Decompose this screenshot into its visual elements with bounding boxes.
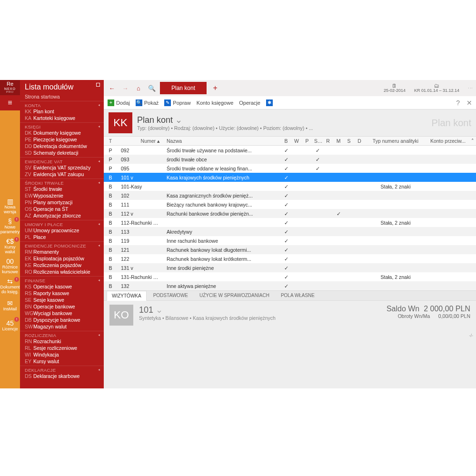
table-row[interactable]: B 101-Kasy✓Stała, 2 znaki [104,182,476,191]
sidebar-section[interactable]: KONTA [20,101,104,108]
sidebar-item[interactable]: SDSchematy dekretacji [20,149,104,156]
sidebar-item[interactable]: STŚrodki trwałe [20,186,104,192]
table-row[interactable]: P095Środki trwałe oddane w leasing finan… [104,164,476,173]
sidebar-item[interactable]: OSOperacje na ŚT [20,206,104,212]
btn-konto[interactable]: Konto księgowe [197,100,234,106]
table-row[interactable]: B 131-Rachunki bankowe✓Stała, 2 znaki [104,272,476,281]
sidebar-item[interactable]: KAKartoteki księgowe [20,115,104,121]
sidebar-section[interactable]: EWIDENCJE VAT [20,157,104,164]
table-row[interactable]: B102Kasa zagranicznych środków pienięż..… [104,191,476,200]
sidebar-item[interactable]: KERozliczenia pojazdów [20,262,104,268]
detail-panel: KO 101 Syntetyka • Bilansowe • Kasa kraj… [104,301,476,333]
table-row[interactable]: B132Inne aktywa pieniężne✓ [104,281,476,290]
sidebar-item[interactable]: SVEwidencja VAT sprzedaży [20,164,104,171]
table-row[interactable]: B119Inne rachunki bankowe✓ [104,236,476,245]
sidebar-item[interactable]: SESesje kasowe [20,297,104,303]
rail-item[interactable]: €$Kursywalut! [0,236,20,256]
nav-bar: ← → ⌂ 🔍 Plan kont + 🗓25-02-2014 🗂KR 01.0… [104,80,476,96]
sidebar-item[interactable]: DDDekretacja dokumentów [20,143,104,149]
sidebar-item[interactable]: RORozliczenia właścicielskie [20,268,104,275]
sidebar-section[interactable]: FINANSE [20,276,104,283]
sidebar-item[interactable]: WGWyciągi bankowe [20,310,104,317]
table-row[interactable]: B112 vRachunki bankowe środków pieniężn.… [104,209,476,218]
rail-item[interactable]: 45Licencje! [0,316,20,336]
sidebar-item[interactable]: EWWyposażenie [20,192,104,199]
table-row[interactable]: P093środki trwałe obce✓✓ [104,155,476,164]
btn-add[interactable]: +Dodaj [108,99,130,106]
sidebar-item[interactable]: ZVEwidencja VAT zakupu [20,171,104,178]
sidebar-item[interactable]: WIWindykacja [20,351,104,358]
btn-show[interactable]: 🔍Pokaż [136,99,159,106]
sidebar-item[interactable]: UMUmowy pracownicze [20,227,104,234]
table-row[interactable]: B101 vKasa krajowych środków pieniężnych… [104,173,476,182]
detail-tab[interactable]: WIZYTÓWKA [107,291,147,301]
nav-forward-icon[interactable]: → [120,83,130,93]
sidebar-item[interactable]: DBDyspozycje bankowe [20,317,104,323]
sidebar-item[interactable]: EYKursy walut [20,358,104,365]
sidebar-item[interactable]: SWMagazyn walut [20,323,104,330]
rail-item[interactable]: ✉InsMail [0,296,20,316]
tab-active[interactable]: Plan kont [160,82,207,94]
view-header: KK Plan kont Typ: (dowolny) • Rodzaj: (d… [104,109,476,136]
detail-title[interactable]: 101 [139,305,381,315]
scroll-up-icon[interactable]: ˄ [469,137,476,145]
close-icon[interactable]: ✕ [466,99,472,107]
tab-add-icon[interactable]: + [209,84,221,92]
table-row[interactable]: B122Rachunek bankowy lokat krótkoterm...… [104,254,476,263]
sidebar-item[interactable]: RNRozrachunki [20,338,104,345]
sidebar-item[interactable]: BNOperacje bankowe [20,303,104,310]
nav-home-icon[interactable]: ⌂ [133,83,144,93]
btn-ops[interactable]: Operacje [239,100,260,106]
left-rail: Re NEXO PRO ≡ ▥Nowawersja§Noweparametry!… [0,80,20,388]
sidebar-item[interactable]: EKEksploatacja pojazdów [20,255,104,262]
header-badge: KK [109,112,132,133]
sidebar-item[interactable]: KKPlan kont [20,108,104,115]
rail-item[interactable]: ⇆Dokumentdo księg.! [0,276,20,296]
rail-item[interactable]: ▥Nowawersja [0,196,20,216]
nav-back-icon[interactable]: ← [107,83,117,93]
sidebar-start[interactable]: Strona startowa [20,93,104,100]
sidebar-item[interactable]: RSRaporty kasowe [20,290,104,297]
btn-settings[interactable]: ✱ [266,99,273,106]
table-row[interactable]: B111Bieżący rachunek bankowy krajowyc...… [104,200,476,209]
detail-tab[interactable]: PODSTAWOWE [149,291,193,300]
rail-item[interactable]: §Noweparametry! [0,216,20,236]
product-logo: Re NEXO PRO [0,80,20,95]
sidebar-section[interactable]: ŚRODKI TRWAŁE [20,178,104,186]
sidebar-item[interactable]: AZAmortyzacje zbiorcze [20,212,104,219]
nav-date[interactable]: 🗓25-02-2014 [384,83,406,93]
sidebar-item[interactable]: RMRemanenty [20,248,104,255]
app-window: Re NEXO PRO ≡ ▥Nowawersja§Noweparametry!… [0,80,476,388]
sidebar-section[interactable]: UMOWY I PŁACE [20,220,104,227]
grid-header[interactable]: T Numer ▴ Nazwa B W P SD R M S D Typ num… [104,136,476,146]
sidebar-item[interactable]: KSOperacje kasowe [20,283,104,290]
header-title[interactable]: Plan kont [137,115,427,125]
nav-search-icon[interactable]: 🔍 [147,83,157,93]
detail-tab[interactable]: POLA WŁASNE [276,291,319,300]
table-row[interactable]: B121Rachunek bankowy lokat długotermi...… [104,245,476,254]
table-row[interactable]: P092Środki trwałe używane na podstawie..… [104,146,476,155]
sidebar-item[interactable]: PNPlany amortyzacji [20,199,104,206]
sidebar-section[interactable]: DEKLARACJE [20,366,104,373]
sidebar-section[interactable]: EWIDENCJE POMOCNICZE [20,241,104,248]
table-row[interactable]: B131 vInne środki pieniężne✓ [104,263,476,272]
header-filters[interactable]: Typ: (dowolny) • Rodzaj: (dowolne) • Uży… [137,125,427,131]
sidebar-item[interactable]: RLSesje rozliczeniowe [20,345,104,351]
sidebar-item[interactable]: PEPieczęcie księgowe [20,136,104,143]
btn-edit[interactable]: ✎Popraw [164,99,190,106]
nav-more-icon[interactable]: ⋮ [468,86,473,90]
table-row[interactable]: B 112-Rachunki bankowe✓Stała, 2 znaki [104,218,476,227]
sidebar-item[interactable]: PLPłace [20,234,104,240]
grid-body[interactable]: P092Środki trwałe używane na podstawie..… [104,146,476,290]
hamburger-icon[interactable]: ≡ [0,95,20,110]
detail-tab[interactable]: UŻYCIE W SPRAWOZDANIACH [195,291,274,300]
sidebar-item[interactable]: DKDokumenty księgowe [20,129,104,136]
table-row[interactable]: B113Akredytywy✓ [104,227,476,236]
rail-item[interactable]: 00Różnicekursowe [0,256,20,276]
sidebar-section[interactable]: KSIĘGI [20,122,104,129]
sidebar-section[interactable]: ROZLICZENIA [20,331,104,338]
sidebar-item[interactable]: DSDeklaracje skarbowe [20,373,104,379]
nav-period[interactable]: 🗂KR 01.01.14 – 31.12.14 [414,83,459,93]
sidebar-title: Lista modułów [20,80,104,93]
help-icon[interactable]: ? [456,99,460,107]
